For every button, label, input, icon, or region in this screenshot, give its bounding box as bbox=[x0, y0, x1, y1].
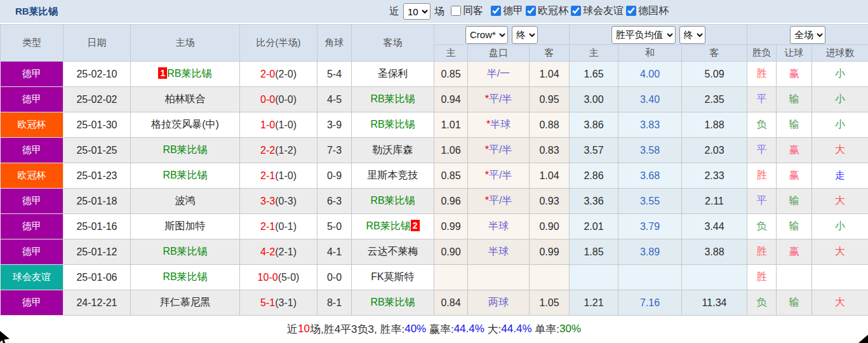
cell-handicap: *平/半 bbox=[468, 163, 530, 189]
cell-date: 25-01-30 bbox=[63, 112, 131, 138]
team-name: 拜仁慕尼黑 bbox=[160, 297, 211, 307]
cell-odds-away: 1.04 bbox=[530, 62, 570, 87]
cell-avg-draw: 3.68 bbox=[618, 163, 682, 189]
cell-odds-away bbox=[530, 265, 570, 290]
cell-avg-away: 2.35 bbox=[682, 87, 747, 112]
score-fulltime: 2-0 bbox=[260, 69, 275, 79]
filter-checkbox[interactable] bbox=[571, 6, 581, 16]
table-body: 德甲25-02-101RB莱比锡2-0(2-0)5-4圣保利0.85半/一1.0… bbox=[1, 62, 868, 316]
cell-avg-away: 2.33 bbox=[682, 163, 747, 189]
cell-avg-away: 5.09 bbox=[682, 62, 747, 87]
filter-checkbox[interactable] bbox=[491, 6, 501, 16]
avg-type-select[interactable]: 胜平负均值 bbox=[611, 26, 676, 44]
cell-avg-home: 3.57 bbox=[570, 138, 618, 163]
team-name: 斯图加特 bbox=[165, 220, 206, 231]
cell-corners: 0-0 bbox=[317, 265, 352, 290]
cell-competition-type: 德甲 bbox=[1, 138, 63, 163]
filter-德甲: 德甲 bbox=[491, 4, 523, 18]
cell-result: 胜 bbox=[747, 163, 777, 189]
cell-letgoal: 赢 bbox=[777, 163, 812, 189]
odds-final-select[interactable]: 终 bbox=[512, 26, 538, 44]
cell-away-team: RB莱比锡2 bbox=[352, 214, 434, 239]
cell-result: 负 bbox=[747, 214, 777, 239]
cell-corners: 4-5 bbox=[317, 87, 352, 112]
cell-away-team: FK莫斯特 bbox=[352, 265, 434, 290]
score-halftime: (0-3) bbox=[275, 196, 297, 206]
cell-competition-type: 德甲 bbox=[1, 189, 63, 214]
score-fulltime: 4-2 bbox=[260, 246, 275, 257]
filter-球会友谊: 球会友谊 bbox=[571, 4, 624, 18]
score-fulltime: 0-0 bbox=[260, 94, 275, 105]
team-name: RB莱比锡 bbox=[370, 119, 415, 130]
top-bar: RB莱比锡 近 10 场 同客德甲欧冠杯球会友谊德国杯 bbox=[0, 0, 868, 24]
subheader-avg-away: 客 bbox=[682, 45, 747, 62]
cell-avg-draw: 3.79 bbox=[618, 214, 682, 239]
cell-home-team: 波鸿 bbox=[131, 189, 240, 214]
cell-avg-draw: 3.58 bbox=[618, 138, 682, 163]
score-halftime: (3-1) bbox=[275, 297, 297, 308]
filter-label: 同客 bbox=[463, 4, 483, 18]
matches-table: 类型 日期 主场 比分(半场) 角球 客场 Crow* 终 胜平负均值 bbox=[0, 24, 868, 316]
score-fulltime: 1-0 bbox=[260, 119, 275, 130]
cell-handicap: *平/半 bbox=[468, 87, 530, 112]
cell-date: 24-12-21 bbox=[63, 290, 131, 316]
table-row: 德甲25-01-18波鸿3-3(0-3)6-3RB莱比锡0.96*平/半0.93… bbox=[1, 189, 868, 214]
fullmatch-select[interactable]: 全场 bbox=[790, 26, 825, 44]
recent-count-select[interactable]: 10 bbox=[403, 3, 431, 20]
cell-result: 负 bbox=[747, 290, 777, 316]
cell-score: 3-3(0-3) bbox=[240, 189, 317, 214]
cell-competition-type: 德甲 bbox=[1, 214, 63, 239]
cell-goals bbox=[812, 265, 868, 290]
score-fulltime: 2-2 bbox=[260, 145, 275, 156]
filter-checkbox[interactable] bbox=[526, 6, 536, 16]
score-halftime: (1-2) bbox=[275, 145, 297, 156]
filter-controls: 近 10 场 同客德甲欧冠杯球会友谊德国杯 bbox=[389, 3, 669, 20]
filter-checkbox[interactable] bbox=[451, 6, 461, 16]
cell-letgoal: 输 bbox=[777, 112, 812, 138]
match-history-page: RB莱比锡 近 10 场 同客德甲欧冠杯球会友谊德国杯 类型 日期 主场 比分(… bbox=[0, 0, 868, 343]
cell-home-team: 拜仁慕尼黑 bbox=[131, 290, 240, 316]
handicap-value: 平/半 bbox=[489, 195, 512, 206]
team-name: 格拉茨风暴(中) bbox=[151, 119, 219, 130]
cell-odds-home: 0.85 bbox=[434, 163, 468, 189]
cell-odds-home bbox=[434, 265, 468, 290]
cell-result: 平 bbox=[747, 87, 777, 112]
subheader-odds-away: 客 bbox=[530, 45, 570, 62]
cell-letgoal: 赢 bbox=[777, 138, 812, 163]
cell-result: 平 bbox=[747, 138, 777, 163]
cell-goals: 小 bbox=[812, 214, 868, 239]
odds-company-select[interactable]: Crow* bbox=[465, 26, 508, 44]
summary-segment: 单率: bbox=[532, 322, 559, 337]
cell-corners: 6-3 bbox=[317, 189, 352, 214]
cell-away-team: RB莱比锡 bbox=[352, 290, 434, 316]
team-name: 柏林联合 bbox=[165, 93, 206, 104]
cell-goals: 大 bbox=[812, 290, 868, 316]
cell-avg-draw: 7.16 bbox=[618, 290, 682, 316]
cell-odds-away: 0.83 bbox=[530, 138, 570, 163]
cell-corners: 8-1 bbox=[317, 290, 352, 316]
cell-goals: 走 bbox=[812, 163, 868, 189]
filter-欧冠杯: 欧冠杯 bbox=[526, 4, 568, 18]
avg-header-group: 胜平负均值 终 bbox=[570, 25, 747, 45]
subheader-avg-draw: 和 bbox=[618, 45, 682, 62]
cell-corners: 5-4 bbox=[317, 62, 352, 87]
rank-badge: 1 bbox=[158, 67, 167, 79]
cell-avg-home: 1.21 bbox=[570, 290, 618, 316]
filter-checkbox[interactable] bbox=[626, 6, 636, 16]
cell-date: 25-01-18 bbox=[63, 189, 131, 214]
table-row: 德甲25-01-12RB莱比锡4-2(2-1)4-1云达不莱梅0.90半球0.9… bbox=[1, 239, 868, 265]
cell-score: 5-1(3-1) bbox=[240, 290, 317, 316]
cell-letgoal: 输 bbox=[777, 290, 812, 316]
filter-label: 德甲 bbox=[503, 4, 523, 18]
subheader-letgoal: 让球 bbox=[777, 45, 812, 62]
cell-avg-draw bbox=[618, 265, 682, 290]
team-name: RB莱比锡 bbox=[370, 195, 415, 206]
cell-competition-type: 德甲 bbox=[1, 290, 63, 316]
cell-handicap bbox=[468, 265, 530, 290]
avg-final-select[interactable]: 终 bbox=[679, 26, 705, 44]
score-fulltime: 3-3 bbox=[260, 196, 275, 206]
summary-segment: 40% bbox=[404, 323, 426, 335]
col-header-away: 客场 bbox=[352, 25, 434, 62]
cell-away-team: RB莱比锡 bbox=[352, 189, 434, 214]
table-row: 球会友谊25-01-06RB莱比锡10-0(5-0)0-0FK莫斯特胜 bbox=[1, 265, 868, 290]
